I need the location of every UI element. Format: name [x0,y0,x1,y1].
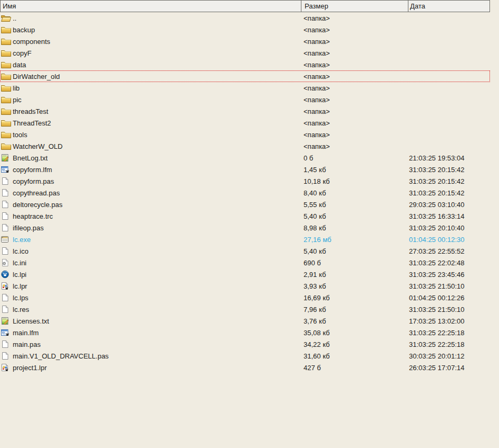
file-size: <папка> [300,61,407,69]
file-row[interactable]: heaptrace.trc 5,40 кб 31:03:25 16:33:14 [0,210,490,222]
plain-file-icon [1,352,12,360]
file-name: ThreadTest2 [13,119,51,127]
file-name: copythread.pas [13,189,60,197]
file-row[interactable]: deltorecycle.pas 5,55 кб 29:03:25 03:10:… [0,199,490,210]
file-name: deltorecycle.pas [13,201,63,209]
lazarus-source-icon [1,282,12,290]
file-name: lib [13,84,20,92]
file-row[interactable]: ifileop.pas 8,98 кб 31:03:25 20:10:40 [0,222,490,234]
file-name: threadsTest [13,107,48,115]
file-size: 31,60 кб [300,352,407,360]
file-row[interactable]: .. <папка> [0,12,490,24]
file-row[interactable]: lib <папка> [0,82,490,94]
file-name-cell: WatcherW_OLD [0,140,300,152]
folder-icon [1,25,12,34]
folder-up-icon [1,14,12,22]
file-row[interactable]: components <папка> [0,35,490,47]
file-row[interactable]: copyform.pas 10,18 кб 31:03:25 20:15:42 [0,175,490,187]
file-row[interactable]: copyform.lfm 1,45 кб 31:03:25 20:15:42 [0,164,490,175]
file-date: 31:03:25 16:33:14 [407,212,490,220]
file-size: 8,40 кб [300,189,407,197]
plain-file-icon [1,340,12,348]
file-name-cell: threadsTest [0,105,300,117]
form-file-icon [1,328,12,337]
folder-icon [1,60,12,69]
file-name: lc.lps [13,294,29,302]
file-row[interactable]: main.pas 34,22 кб 31:03:25 22:25:18 [0,338,490,350]
file-name: ifileop.pas [13,224,44,232]
file-date: 27:03:25 22:55:52 [407,247,490,255]
file-size: <папка> [300,73,407,80]
file-size: 35,08 кб [300,329,407,337]
file-name-cell: copyform.pas [0,175,300,187]
file-row[interactable]: DirWatcher_old <папка> [0,70,490,82]
file-size: 690 б [300,259,407,267]
file-row[interactable]: threadsTest <папка> [0,105,490,117]
file-name: copyform.lfm [13,166,52,174]
file-row[interactable]: project1.lpr 427 б 26:03:25 17:07:14 [0,362,490,373]
file-size: <папка> [300,14,407,22]
file-row[interactable]: copythread.pas 8,40 кб 31:03:25 20:15:42 [0,187,490,199]
file-row[interactable]: tools <папка> [0,129,490,140]
file-name-cell: lc.res [0,303,300,315]
file-size: 1,45 кб [300,166,407,174]
file-row[interactable]: backup <папка> [0,24,490,35]
ini-file-icon [1,258,12,267]
file-size: 3,93 кб [300,282,407,290]
file-name: components [13,38,50,46]
file-size: 5,40 кб [300,212,407,220]
folder-icon [1,107,12,115]
file-name: lc.res [13,306,29,313]
file-name-cell: heaptrace.trc [0,210,300,222]
file-row[interactable]: main.V1_OLD_DRAVCELL.pas 31,60 кб 30:03:… [0,350,490,362]
file-row[interactable]: Licenses.txt 3,76 кб 17:03:25 13:02:00 [0,315,490,327]
column-header-size[interactable]: Размер [301,1,408,12]
text-file-icon [1,317,12,325]
file-row[interactable]: lc.ico 5,40 кб 27:03:25 22:55:52 [0,245,490,257]
file-row[interactable]: lc.lpr 3,93 кб 31:03:25 21:50:10 [0,280,490,292]
folder-icon [1,49,12,57]
file-date: 31:03:25 22:02:48 [407,259,490,267]
file-name: main.lfm [13,329,39,337]
file-name-cell: lib [0,82,300,94]
file-name: WatcherW_OLD [13,142,63,150]
column-header-date[interactable]: Дата [408,1,489,12]
file-row[interactable]: ThreadTest2 <папка> [0,117,490,129]
file-size: 5,40 кб [300,247,407,255]
file-name-cell: copyform.lfm [0,164,300,175]
file-name-cell: components [0,35,300,47]
file-name-cell: project1.lpr [0,362,300,373]
file-row[interactable]: BnetLog.txt 0 б 21:03:25 19:53:04 [0,152,490,164]
file-row[interactable]: lc.lps 16,69 кб 01:04:25 00:12:26 [0,292,490,303]
app-file-icon [1,235,12,244]
file-row[interactable]: lc.ini 690 б 31:03:25 22:02:48 [0,257,490,268]
file-row[interactable]: data <папка> [0,59,490,70]
plain-file-icon [1,223,12,232]
file-date: 31:03:25 20:15:42 [407,189,490,197]
file-name-cell: lc.exe [0,234,300,245]
plain-file-icon [1,177,12,185]
file-size: 8,98 кб [300,224,407,232]
file-name: lc.ico [13,247,29,255]
file-date: 01:04:25 00:12:30 [407,236,490,244]
file-name-cell: ifileop.pas [0,222,300,234]
file-name-cell: backup [0,24,300,35]
file-list: .. <папка> backup <папка> components <па… [0,12,490,373]
file-row[interactable]: pic <папка> [0,94,490,105]
file-size: 34,22 кб [300,341,407,348]
file-row[interactable]: lc.lpi 2,91 кб 31:03:25 23:45:46 [0,268,490,280]
column-header-name[interactable]: Имя [1,1,301,12]
file-size: 427 б [300,364,407,372]
file-row[interactable]: copyF <папка> [0,47,490,59]
file-name-cell: tools [0,129,300,140]
file-row[interactable]: lc.exe 27,16 мб 01:04:25 00:12:30 [0,234,490,245]
folder-icon [1,142,12,150]
file-row[interactable]: lc.res 7,96 кб 31:03:25 21:50:10 [0,303,490,315]
folder-icon [1,37,12,46]
file-row[interactable]: WatcherW_OLD <папка> [0,140,490,152]
file-size: <папка> [300,96,407,104]
file-row[interactable]: main.lfm 35,08 кб 31:03:25 22:25:18 [0,327,490,338]
file-name-cell: lc.ini [0,257,300,268]
file-name: heaptrace.trc [13,212,53,220]
file-name: .. [13,14,16,22]
